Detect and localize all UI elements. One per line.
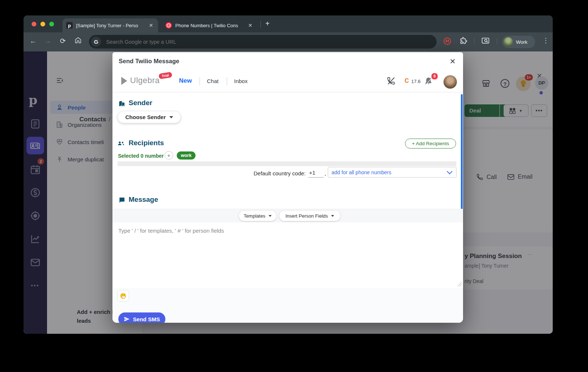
message-toolbar: Templates Insert Person Fields — [112, 209, 463, 223]
send-icon — [124, 316, 130, 322]
url-input[interactable] — [105, 39, 327, 45]
close-window-button[interactable] — [32, 22, 36, 26]
select-value: add for all phone numbers — [331, 169, 448, 175]
notification-badge: 0 — [431, 72, 438, 80]
tab-pipedrive[interactable]: p [Sample] Tony Turner - Perso ✕ — [62, 18, 158, 32]
browser-profile-chip[interactable]: Work — [502, 36, 535, 48]
chevron-down-icon — [447, 169, 453, 175]
browser-window: p [Sample] Tony Turner - Perso ✕ Phone N… — [24, 15, 553, 334]
browser-menu-icon[interactable]: ⋮ — [542, 36, 549, 44]
credits-icon: C — [405, 78, 409, 84]
browser-tab-bar: p [Sample] Tony Turner - Perso ✕ Phone N… — [24, 15, 553, 32]
emoji-picker-button[interactable] — [117, 290, 129, 301]
selected-count-label: Selected 0 number — [118, 153, 164, 159]
modal-close-icon[interactable]: ✕ — [449, 57, 456, 66]
smiley-icon — [120, 293, 126, 299]
tab-divider — [261, 21, 261, 28]
caret-down-icon — [269, 215, 272, 217]
message-textarea[interactable] — [112, 222, 460, 283]
send-sms-label: Send SMS — [133, 316, 160, 322]
brand-name: Ulgebra — [130, 76, 160, 85]
new-tab-button[interactable]: + — [265, 19, 270, 28]
choose-sender-label: Choose Sender — [125, 114, 166, 120]
tab-new[interactable]: New — [179, 77, 192, 85]
message-heading: Message — [129, 196, 158, 204]
caret-down-icon — [169, 116, 173, 118]
resize-handle[interactable] — [457, 282, 462, 286]
tab-search-icon[interactable] — [481, 37, 490, 46]
add-number-button[interactable]: + — [165, 151, 173, 160]
trial-badge: Trial — [158, 72, 172, 79]
modal-title: Send Twilio Message — [119, 58, 179, 65]
modal-footer: Send SMS — [112, 288, 463, 323]
tab-inbox[interactable]: Inbox — [234, 78, 248, 84]
toolbar-divider — [497, 38, 497, 44]
home-icon[interactable] — [74, 37, 82, 46]
tab-divider — [200, 77, 200, 85]
caret-down-icon — [331, 215, 334, 217]
call-disabled-icon[interactable] — [387, 76, 395, 87]
profile-avatar — [503, 37, 513, 47]
url-bar[interactable]: G — [89, 35, 437, 49]
profile-label: Work — [516, 39, 527, 45]
google-icon: G — [91, 37, 101, 47]
templates-label: Templates — [244, 213, 265, 219]
back-icon[interactable]: ← — [29, 37, 37, 46]
insert-person-fields-label: Insert Person Fields — [286, 213, 328, 219]
add-recipients-button[interactable]: + Add Recipients — [405, 139, 456, 149]
twilio-extension-icon[interactable] — [444, 37, 451, 45]
insert-person-fields-dropdown[interactable]: Insert Person Fields — [279, 211, 340, 221]
comma-text: , — [325, 170, 326, 176]
country-code-label: Default country code: — [254, 170, 306, 176]
tab-close-icon[interactable]: ✕ — [248, 22, 252, 28]
sender-heading: Sender — [129, 99, 152, 107]
zoom-window-button[interactable] — [49, 22, 54, 26]
tab-title: Phone Numbers | Twilio Cons — [175, 23, 245, 28]
tab-chat[interactable]: Chat — [207, 78, 219, 84]
country-code-input[interactable] — [308, 168, 324, 178]
account-avatar[interactable] — [443, 75, 457, 89]
message-compose-area — [112, 222, 463, 288]
tab-divider — [227, 77, 227, 85]
tab-twilio[interactable]: Phone Numbers | Twilio Cons ✕ — [162, 18, 257, 32]
ulgebra-bar: Ulgebra Trial New Chat Inbox C 17.6 0 — [112, 71, 463, 92]
tab-close-icon[interactable]: ✕ — [149, 22, 153, 28]
pipedrive-favicon: p — [66, 22, 73, 29]
reload-icon[interactable]: ⟳ — [58, 37, 67, 46]
desktop: p [Sample] Tony Turner - Perso ✕ Phone N… — [0, 0, 588, 372]
message-icon — [118, 197, 125, 204]
tab-title: [Sample] Tony Turner - Perso — [76, 23, 146, 28]
apply-country-code-select[interactable]: add for all phone numbers — [328, 167, 456, 178]
send-twilio-message-modal: Send Twilio Message ✕ Ulgebra Trial New … — [112, 52, 463, 323]
minimize-window-button[interactable] — [40, 22, 45, 26]
people-icon — [118, 140, 125, 147]
play-icon — [121, 77, 127, 85]
twilio-favicon — [165, 22, 172, 29]
building-icon — [118, 100, 125, 107]
recipients-heading: Recipients — [129, 139, 164, 147]
choose-sender-dropdown[interactable]: Choose Sender — [118, 111, 181, 123]
toolbar-divider — [474, 38, 474, 44]
send-sms-button[interactable]: Send SMS — [118, 312, 165, 323]
recipients-empty-strip — [118, 161, 456, 166]
extensions-icon[interactable] — [459, 37, 467, 46]
work-tag[interactable]: work — [177, 151, 196, 160]
credits-value: 17.6 — [411, 79, 420, 84]
forward-icon[interactable]: → — [43, 37, 52, 46]
templates-dropdown[interactable]: Templates — [239, 211, 276, 221]
